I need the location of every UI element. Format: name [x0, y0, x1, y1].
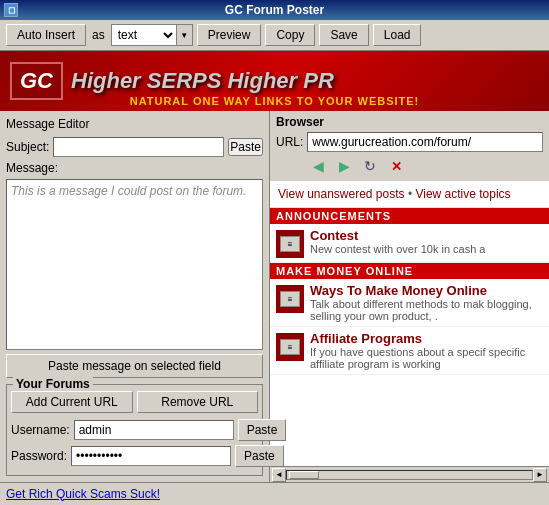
make-money-post-1: ≡ Ways To Make Money Online Talk about d…: [270, 279, 549, 327]
announcement-post: ≡ Contest New contest with over 10k in c…: [270, 224, 549, 263]
format-select[interactable]: text html bbcode: [112, 25, 176, 45]
remove-url-button[interactable]: Remove URL: [137, 391, 259, 413]
announcement-post-text: Contest New contest with over 10k in cas…: [310, 228, 485, 255]
scroll-right-arrow[interactable]: ►: [533, 468, 547, 482]
bottom-link[interactable]: Get Rich Quick Scams Suck!: [6, 487, 160, 501]
scroll-left-arrow[interactable]: ◄: [272, 468, 286, 482]
browser-label: Browser: [276, 115, 543, 129]
right-panel: Browser URL: ◀ ▶ ↻ ✕ View unanswered pos…: [270, 111, 549, 482]
message-textarea[interactable]: This is a message I could post on the fo…: [6, 179, 263, 350]
password-input[interactable]: [71, 446, 231, 466]
post-icon-inner: ≡: [280, 236, 300, 252]
url-label: URL:: [276, 135, 303, 149]
subject-paste-button[interactable]: Paste: [228, 138, 263, 156]
refresh-button[interactable]: ↻: [358, 155, 382, 177]
forum-url-buttons: Add Current URL Remove URL: [11, 391, 258, 413]
active-topics-link[interactable]: View active topics: [415, 187, 510, 201]
left-panel: Message Editor Subject: Paste Message: T…: [0, 111, 270, 482]
title-bar-icon: ◻: [4, 3, 18, 17]
url-input[interactable]: [307, 132, 543, 152]
stop-button[interactable]: ✕: [384, 155, 408, 177]
back-button[interactable]: ◀: [306, 155, 330, 177]
password-paste-button[interactable]: Paste: [235, 445, 284, 467]
announcement-post-title[interactable]: Contest: [310, 228, 485, 243]
post-icon-inner-mmo2: ≡: [280, 339, 300, 355]
username-row: Username: Paste: [11, 419, 258, 441]
mmo-post-2-desc: If you have questions about a specif spe…: [310, 346, 543, 370]
make-money-post-2: ≡ Affiliate Programs If you have questio…: [270, 327, 549, 375]
title-bar-title: GC Forum Poster: [225, 3, 324, 17]
scrollbar-h-thumb[interactable]: [289, 471, 319, 479]
banner: GC Higher SERPS Higher PR NATURAL ONE WA…: [0, 51, 549, 111]
subject-row: Subject: Paste: [6, 137, 263, 157]
banner-sub-text: NATURAL ONE WAY LINKS TO YOUR WEBSITE!: [0, 95, 549, 107]
username-input[interactable]: [74, 420, 234, 440]
post-icon-mmo2: ≡: [276, 333, 304, 361]
forum-links: View unanswered posts • View active topi…: [270, 181, 549, 208]
mmo-post-1-desc: Talk about different methods to mak blog…: [310, 298, 543, 322]
format-select-arrow[interactable]: ▼: [176, 25, 192, 45]
main-content: Message Editor Subject: Paste Message: T…: [0, 111, 549, 482]
password-row: Password: Paste: [11, 445, 258, 467]
add-current-url-button[interactable]: Add Current URL: [11, 391, 133, 413]
format-select-wrapper: text html bbcode ▼: [111, 24, 193, 46]
horizontal-scrollbar[interactable]: ◄ ►: [270, 466, 549, 482]
username-label: Username:: [11, 423, 70, 437]
password-label: Password:: [11, 449, 67, 463]
copy-button[interactable]: Copy: [265, 24, 315, 46]
bottom-bar: Get Rich Quick Scams Suck!: [0, 482, 549, 504]
banner-main-text: Higher SERPS Higher PR: [71, 68, 334, 94]
make-money-section-label: MAKE MONEY ONLINE: [270, 263, 549, 279]
scrollbar-h-track[interactable]: [286, 470, 533, 480]
your-forums-legend: Your Forums: [13, 377, 93, 391]
message-label: Message:: [6, 161, 263, 175]
as-label: as: [92, 28, 105, 42]
unanswered-posts-link[interactable]: View unanswered posts: [278, 187, 405, 201]
mmo-post-1-title[interactable]: Ways To Make Money Online: [310, 283, 543, 298]
save-button[interactable]: Save: [319, 24, 368, 46]
nav-buttons: ◀ ▶ ↻ ✕: [276, 155, 543, 177]
load-button[interactable]: Load: [373, 24, 422, 46]
message-editor-label: Message Editor: [6, 117, 263, 131]
post-icon-mmo1: ≡: [276, 285, 304, 313]
post-icon-inner-mmo1: ≡: [280, 291, 300, 307]
username-paste-button[interactable]: Paste: [238, 419, 287, 441]
mmo-post-2-text: Affiliate Programs If you have questions…: [310, 331, 543, 370]
subject-input[interactable]: [53, 137, 224, 157]
auto-insert-button[interactable]: Auto Insert: [6, 24, 86, 46]
preview-button[interactable]: Preview: [197, 24, 262, 46]
mmo-post-2-title[interactable]: Affiliate Programs: [310, 331, 543, 346]
mmo-post-1-text: Ways To Make Money Online Talk about dif…: [310, 283, 543, 322]
browser-content: View unanswered posts • View active topi…: [270, 181, 549, 466]
subject-label: Subject:: [6, 140, 49, 154]
toolbar: Auto Insert as text html bbcode ▼ Previe…: [0, 20, 549, 51]
announcement-post-desc: New contest with over 10k in cash a: [310, 243, 485, 255]
url-row: URL:: [276, 132, 543, 152]
your-forums-group: Your Forums Add Current URL Remove URL U…: [6, 384, 263, 476]
browser-header: Browser URL: ◀ ▶ ↻ ✕: [270, 111, 549, 181]
announcements-section-label: ANNOUNCEMENTS: [270, 208, 549, 224]
title-bar: ◻ GC Forum Poster: [0, 0, 549, 20]
post-icon-announcement: ≡: [276, 230, 304, 258]
paste-message-button[interactable]: Paste message on selected field: [6, 354, 263, 378]
forward-button[interactable]: ▶: [332, 155, 356, 177]
